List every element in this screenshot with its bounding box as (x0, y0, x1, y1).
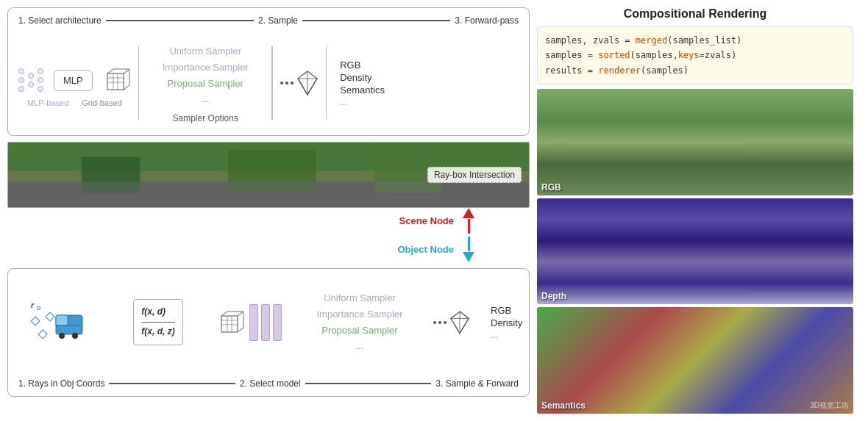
code-line-1: samples, zvals = merged(samples_list) (545, 33, 845, 48)
grid-cube-icon (103, 66, 131, 94)
arrow-up (463, 208, 474, 218)
code-text-1a: samples, zvals = (545, 35, 636, 46)
step-line-2 (302, 20, 450, 21)
grid-slabs-section (217, 304, 286, 341)
svg-marker-25 (38, 330, 47, 339)
mlp-visual (18, 68, 43, 92)
step1-top: 1. Select architecture (18, 15, 102, 26)
code-keys: keys (678, 50, 700, 60)
watermark: 3D视觉工坊 (810, 400, 849, 411)
divider-3 (326, 46, 327, 120)
divider-2 (271, 46, 273, 120)
formula-section: f(x, d) f(x, d, z) (114, 299, 202, 345)
ray-section: r o (18, 301, 99, 345)
render-rgb: RGB (537, 89, 853, 195)
object-row: Object Node (397, 237, 474, 262)
svg-marker-26 (46, 312, 54, 321)
output-rgb-top: RGB (340, 60, 360, 71)
scene-row: Scene Node (399, 208, 474, 234)
middle-section: Ray-box Intersection Scene Node Object N… (7, 142, 530, 262)
arrow-shaft-up (468, 219, 470, 234)
code-text-2b: (samples, (630, 50, 678, 60)
svg-line-34 (238, 312, 243, 316)
output-dots-top: ... (340, 97, 347, 107)
render-semantics: Semantics 3D视觉工坊 (537, 307, 853, 414)
divider-1 (138, 46, 140, 120)
formula-line1: f(x, d) (141, 304, 174, 320)
output-dots-bottom: ... (491, 330, 498, 340)
step-line-b2 (305, 383, 432, 384)
svg-rect-32 (221, 316, 238, 332)
arrow-shaft-down (468, 237, 470, 251)
ray-box-label: Ray-box Intersection (427, 167, 522, 183)
grid-cube-bottom-icon (217, 309, 245, 337)
top-content: MLP (18, 43, 519, 123)
code-box: samples, zvals = merged(samples_list) sa… (537, 26, 853, 84)
svg-rect-0 (107, 73, 124, 90)
object-node-label: Object Node (397, 244, 454, 255)
svg-line-13 (298, 71, 307, 79)
mlp-box: MLP (54, 70, 93, 91)
render-depth: Depth (537, 198, 853, 305)
proposal-sampler-bottom: Proposal Sampler (321, 323, 397, 339)
step-line-1 (106, 20, 254, 21)
code-line-2: samples = sorted(samples,keys=zvals) (545, 48, 845, 62)
svg-point-29 (59, 333, 65, 339)
arch-labels: MLP-based Grid-based (27, 98, 122, 107)
arch-section: MLP (18, 59, 131, 107)
svg-rect-28 (56, 315, 68, 325)
sampler-section-bottom: Uniform Sampler Importance Sampler Propo… (301, 290, 419, 354)
rgb-label: RGB (541, 182, 561, 192)
importance-sampler-top: Importance Sampler (163, 60, 249, 76)
left-panel: 1. Select architecture 2. Sample 3. Forw… (7, 7, 530, 414)
slab-1 (249, 304, 258, 341)
proposal-sampler-top: Proposal Sampler (168, 76, 243, 92)
step1-bottom: 1. Rays in Obj Coords (18, 378, 104, 389)
slab-3 (273, 304, 282, 341)
sampler-dots-top: ... (202, 92, 209, 107)
grid-based-label: Grid-based (82, 98, 121, 107)
svg-text:r: r (31, 301, 35, 309)
top-steps: 1. Select architecture 2. Sample 3. Forw… (18, 15, 519, 26)
svg-text:o: o (37, 304, 40, 312)
semantics-label: Semantics (541, 400, 586, 411)
code-merged: merged (636, 35, 667, 46)
right-title: Compositional Rendering (537, 7, 853, 21)
code-line-3: results = renderer(samples) (545, 63, 845, 78)
step-line-b1 (109, 383, 235, 384)
sampler-section-top: Uniform Sampler Importance Sampler Propo… (146, 43, 264, 123)
slabs-section (249, 304, 286, 341)
arrow-down (463, 252, 474, 262)
output-section-top: RGB Density Semantics ... (340, 60, 385, 107)
svg-point-30 (72, 333, 78, 339)
code-text-2a: samples = (545, 50, 598, 60)
svg-line-1 (107, 69, 113, 73)
svg-line-3 (124, 85, 129, 90)
output-density-bottom: Density (491, 317, 522, 328)
code-text-2c: =zvals) (700, 50, 737, 60)
bottom-steps: 1. Rays in Obj Coords 2. Select model 3.… (18, 378, 519, 389)
sampler-options-bottom: Uniform Sampler Importance Sampler Propo… (316, 290, 402, 354)
code-renderer: renderer (598, 65, 641, 76)
output-section-bottom: RGB Density ... (491, 305, 522, 340)
render-images: RGB Depth Semantics 3D视觉工坊 (537, 89, 853, 414)
diamond-icon-top (296, 70, 319, 96)
svg-line-2 (124, 69, 129, 73)
middle-image: Ray-box Intersection (7, 142, 530, 208)
output-semantics-top: Semantics (340, 84, 385, 96)
step2-bottom: 2. Select model (240, 378, 301, 389)
uniform-sampler-bottom: Uniform Sampler (324, 290, 396, 306)
formula-box: f(x, d) f(x, d, z) (133, 299, 182, 345)
bottom-content: r o (18, 286, 519, 359)
code-sorted: sorted (598, 50, 630, 60)
sampler-title: Sampler Options (173, 113, 238, 123)
step3-bottom: 3. Sample & Forward (435, 378, 519, 389)
step3-top: 3. Forward-pass (455, 15, 519, 26)
uniform-sampler-top: Uniform Sampler (169, 43, 241, 60)
code-text-1b: (samples_list) (667, 35, 741, 46)
sampler-dots-bottom: ... (356, 339, 363, 353)
code-text-3b: (samples) (641, 65, 689, 76)
importance-sampler-bottom: Importance Sampler (316, 306, 402, 323)
svg-line-14 (307, 71, 317, 79)
code-text-3a: results = (545, 65, 598, 76)
